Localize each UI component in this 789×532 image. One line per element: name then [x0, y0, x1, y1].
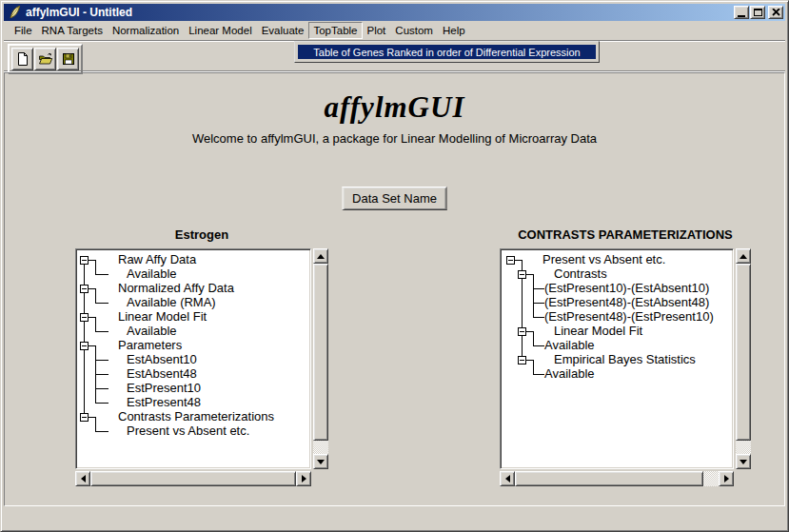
scroll-trough[interactable]	[703, 471, 719, 486]
menu-item-evaluate[interactable]: Evaluate	[257, 22, 309, 39]
minimize-button[interactable]	[734, 6, 749, 19]
tree-collapse-icon[interactable]	[506, 256, 515, 265]
tree-node-label[interactable]: Contrasts Parameterizations	[118, 409, 274, 424]
horizontal-scroll-thumb[interactable]	[515, 471, 703, 486]
tree-collapse-icon[interactable]	[80, 413, 89, 422]
scroll-right-button[interactable]	[719, 471, 734, 486]
estrogen-vertical-scrollbar	[313, 248, 328, 469]
menu-item-help[interactable]: Help	[438, 22, 470, 39]
scroll-left-button[interactable]	[75, 471, 90, 486]
estrogen-tree-title: Estrogen	[75, 227, 328, 243]
tree-collapse-icon[interactable]	[80, 285, 89, 293]
window-title: affylmGUI - Untitled	[26, 6, 734, 19]
minimize-icon	[738, 15, 745, 17]
maximize-icon	[754, 9, 762, 16]
toptable-dropdown-menu: Table of Genes Ranked in order of Differ…	[294, 41, 600, 63]
save-file-button[interactable]	[57, 48, 79, 70]
tree-collapse-icon[interactable]	[518, 356, 526, 365]
tree-node-label[interactable]: EstPresent10	[127, 381, 201, 395]
scroll-trough[interactable]	[736, 441, 751, 454]
tree-collapse-icon[interactable]	[518, 270, 526, 279]
tree-collapse-icon[interactable]	[80, 256, 89, 265]
tree-node-label[interactable]: (EstPresent48)-(EstAbsent48)	[544, 295, 709, 309]
tree-node-label[interactable]: EstAbsent48	[127, 366, 197, 381]
scroll-down-icon	[317, 460, 325, 464]
scroll-up-icon	[740, 254, 747, 259]
dataset-name-button[interactable]: Data Set Name	[342, 187, 447, 210]
tree-node-label[interactable]: Parameters	[118, 338, 182, 352]
contrasts-horizontal-scrollbar	[500, 471, 734, 486]
horizontal-scroll-thumb[interactable]	[90, 471, 296, 486]
tree-node-label[interactable]: (EstPresent10)-(EstAbsent10)	[544, 281, 709, 295]
scroll-right-icon	[724, 475, 729, 483]
scroll-down-button[interactable]	[313, 454, 328, 469]
tree-node-label[interactable]: EstPresent48	[127, 395, 201, 409]
menu-item-plot[interactable]: Plot	[363, 22, 391, 39]
new-file-button[interactable]	[11, 48, 33, 70]
contrasts-tree-panel: CONTRASTS PARAMETERIZATIONS Present vs A…	[500, 227, 751, 486]
contrasts-tree-listbox: Present vs Absent etc.Contrasts(EstPrese…	[500, 248, 734, 469]
dropdown-item-toptable[interactable]: Table of Genes Ranked in order of Differ…	[298, 45, 596, 59]
scroll-left-icon	[505, 475, 510, 483]
tree-node-label[interactable]: EstAbsent10	[127, 352, 197, 366]
scroll-up-button[interactable]	[313, 248, 328, 264]
menu-item-toptable[interactable]: TopTable	[308, 22, 362, 39]
tree-collapse-icon[interactable]	[518, 327, 526, 336]
tree-node-label[interactable]: (EstPresent48)-(EstPresent10)	[544, 309, 714, 324]
tree-node-label[interactable]: Available	[544, 366, 595, 381]
contrasts-vertical-scrollbar	[736, 248, 751, 469]
tree-node-label[interactable]: Available	[544, 338, 595, 352]
open-folder-icon	[38, 51, 53, 67]
tree-node-label[interactable]: Contrasts	[554, 266, 607, 281]
scroll-left-button[interactable]	[500, 471, 515, 486]
scroll-down-icon	[740, 460, 747, 464]
maximize-button[interactable]	[750, 6, 765, 19]
scroll-up-icon	[317, 254, 325, 259]
tree-node-label[interactable]: Empirical Bayes Statistics	[554, 352, 696, 366]
tree-node-label[interactable]: Present vs Absent etc.	[127, 424, 249, 438]
tree-node-label[interactable]: Present vs Absent etc.	[542, 252, 665, 266]
scroll-left-icon	[81, 475, 86, 483]
main-content-frame: affylmGUI Welcome to affylmGUI, a packag…	[4, 72, 785, 506]
menu-item-rna-targets[interactable]: RNA Targets	[37, 22, 108, 39]
estrogen-tree-panel: Estrogen Raw Affy DataAvailableNormalize…	[75, 227, 328, 486]
scroll-down-button[interactable]	[736, 454, 751, 469]
scroll-right-icon	[302, 475, 306, 483]
menu-item-file[interactable]: File	[10, 22, 37, 39]
estrogen-tree-listbox: Raw Affy DataAvailableNormalized Affy Da…	[75, 248, 311, 469]
tree-node-label[interactable]: Available	[127, 266, 177, 281]
close-icon	[772, 9, 780, 16]
close-button[interactable]	[768, 6, 783, 19]
scroll-right-button[interactable]	[296, 471, 311, 486]
tree-node-label[interactable]: Raw Affy Data	[118, 252, 196, 266]
app-heading: affylmGUI	[5, 90, 784, 125]
feather-app-icon	[7, 5, 22, 20]
tree-node-label[interactable]: Normalized Affy Data	[118, 281, 234, 295]
scroll-up-button[interactable]	[736, 248, 751, 264]
scroll-trough[interactable]	[313, 441, 328, 454]
new-document-icon	[15, 51, 30, 67]
menu-item-normalization[interactable]: Normalization	[108, 22, 184, 39]
title-bar: affylmGUI - Untitled	[4, 4, 785, 21]
tree-collapse-icon[interactable]	[80, 313, 89, 322]
tree-node-label[interactable]: Available (RMA)	[127, 295, 216, 309]
menu-item-linear-model[interactable]: Linear Model	[184, 22, 256, 39]
open-file-button[interactable]	[34, 48, 56, 70]
tree-node-label[interactable]: Available	[127, 324, 177, 338]
tree-collapse-icon[interactable]	[80, 342, 89, 350]
tree-node-label[interactable]: Linear Model Fit	[118, 309, 207, 324]
contrasts-tree-title: CONTRASTS PARAMETERIZATIONS	[500, 227, 751, 243]
vertical-scroll-thumb[interactable]	[313, 264, 328, 441]
menu-item-custom[interactable]: Custom	[390, 22, 438, 39]
welcome-text: Welcome to affylmGUI, a package for Line…	[5, 131, 784, 146]
save-floppy-icon	[61, 51, 76, 67]
application-window: affylmGUI - Untitled FileRNA TargetsNorm…	[0, 0, 789, 532]
estrogen-horizontal-scrollbar	[75, 471, 311, 486]
menu-bar: FileRNA TargetsNormalizationLinear Model…	[4, 21, 785, 40]
vertical-scroll-thumb[interactable]	[736, 264, 751, 441]
toolbar-button-frame	[8, 44, 83, 74]
tree-node-label[interactable]: Linear Model Fit	[554, 324, 642, 338]
